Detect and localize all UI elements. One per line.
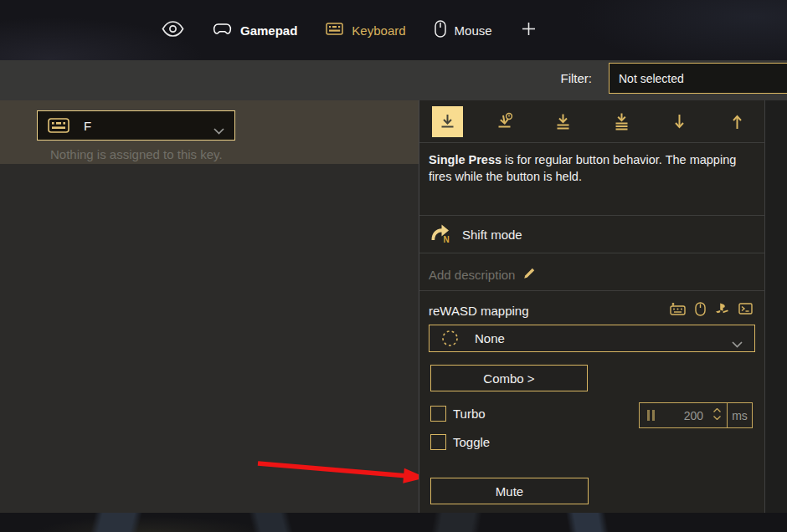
spinner-up-icon xyxy=(713,408,721,412)
mapping-title-row: reWASD mapping xyxy=(429,301,753,320)
mouse-icon xyxy=(435,20,446,40)
mute-button-label: Mute xyxy=(496,484,523,499)
filter-dropdown[interactable]: Not selected xyxy=(609,63,787,94)
keyboard-icon xyxy=(326,23,343,38)
chevron-down-icon xyxy=(732,336,743,351)
turbo-checkbox[interactable] xyxy=(430,406,446,422)
chevron-down-icon xyxy=(213,123,224,138)
mapping-title: reWASD mapping xyxy=(429,304,529,318)
left-content-area: F Nothing is assigned to this key. xyxy=(0,100,419,513)
filter-bar: Filter: Not selected xyxy=(0,60,787,100)
background-artwork xyxy=(0,513,787,532)
key-empty-message: Nothing is assigned to this key. xyxy=(50,147,223,161)
key-dropdown[interactable]: F xyxy=(37,110,235,141)
mapping-type-icons xyxy=(670,302,753,320)
mapping-value-dropdown[interactable]: None xyxy=(429,325,755,352)
toggle-checkbox[interactable] xyxy=(430,434,446,450)
start-press-tab[interactable] xyxy=(664,106,695,137)
key-dropdown-value: F xyxy=(84,119,91,133)
triple-press-tab[interactable] xyxy=(606,106,637,137)
double-press-tab[interactable] xyxy=(548,106,579,137)
spinner-down-icon xyxy=(713,416,721,420)
mouse-mapping-icon[interactable] xyxy=(695,302,706,320)
combo-button[interactable]: Combo > xyxy=(430,365,588,391)
mapping-settings-panel: Single Press is for regular button behav… xyxy=(419,100,764,513)
shift-mode-icon: N xyxy=(429,222,452,248)
commands-mapping-icon[interactable] xyxy=(738,303,753,318)
tab-mouse-label: Mouse xyxy=(455,23,492,38)
filter-label: Filter: xyxy=(561,71,593,85)
turbo-label: Turbo xyxy=(453,407,486,421)
tab-gamepad[interactable]: Gamepad xyxy=(213,23,297,38)
turbo-interval-value: 200 xyxy=(684,409,703,422)
selected-key-row: F Nothing is assigned to this key. xyxy=(0,100,419,164)
rewasd-window: Gamepad Keyboard xyxy=(0,0,787,532)
add-device-button[interactable] xyxy=(521,21,537,40)
turbo-interval-unit: ms xyxy=(727,402,753,428)
turbo-interval-spinner[interactable]: 200 xyxy=(639,402,728,428)
divider xyxy=(419,290,764,291)
keyboard-key-icon xyxy=(48,118,69,133)
add-description-placeholder: Add description xyxy=(429,268,515,282)
divider xyxy=(419,253,764,253)
keyboard-mapping-icon[interactable] xyxy=(670,302,686,319)
tab-gamepad-label: Gamepad xyxy=(240,23,297,38)
tab-keyboard-label: Keyboard xyxy=(352,23,405,38)
divider xyxy=(419,142,764,143)
tab-keyboard[interactable]: Keyboard xyxy=(326,23,405,38)
pause-icon xyxy=(647,410,655,421)
press-type-tabs xyxy=(432,106,753,137)
tab-mouse[interactable]: Mouse xyxy=(435,20,492,40)
scrollbar-track[interactable] xyxy=(764,100,787,513)
unassigned-dashed-circle-icon xyxy=(441,330,459,347)
shift-mode-label: Shift mode xyxy=(462,228,522,242)
combo-button-label: Combo > xyxy=(483,371,534,386)
annotation-arrow xyxy=(251,455,431,487)
device-tabs: Gamepad Keyboard xyxy=(162,0,537,60)
gamepad-icon xyxy=(213,23,232,38)
release-press-tab[interactable] xyxy=(722,106,753,137)
long-press-tab[interactable] xyxy=(490,106,521,137)
mapping-value: None xyxy=(475,331,505,345)
pencil-icon xyxy=(522,267,536,283)
toggle-label: Toggle xyxy=(453,435,490,449)
add-description-field[interactable]: Add description xyxy=(429,259,536,289)
top-device-bar: Gamepad Keyboard xyxy=(0,0,787,60)
filter-dropdown-value: Not selected xyxy=(619,72,684,85)
svg-text:N: N xyxy=(444,235,450,244)
press-type-description-bold: Single Press xyxy=(429,153,502,166)
shift-mode-row[interactable]: N Shift mode xyxy=(419,216,764,253)
mute-button[interactable]: Mute xyxy=(430,478,589,504)
press-type-description: Single Press is for regular button behav… xyxy=(429,151,757,185)
eye-icon[interactable] xyxy=(162,21,184,40)
single-press-tab[interactable] xyxy=(432,106,463,137)
playstation-mapping-icon[interactable] xyxy=(715,303,729,319)
spinner-arrows[interactable] xyxy=(713,408,721,420)
